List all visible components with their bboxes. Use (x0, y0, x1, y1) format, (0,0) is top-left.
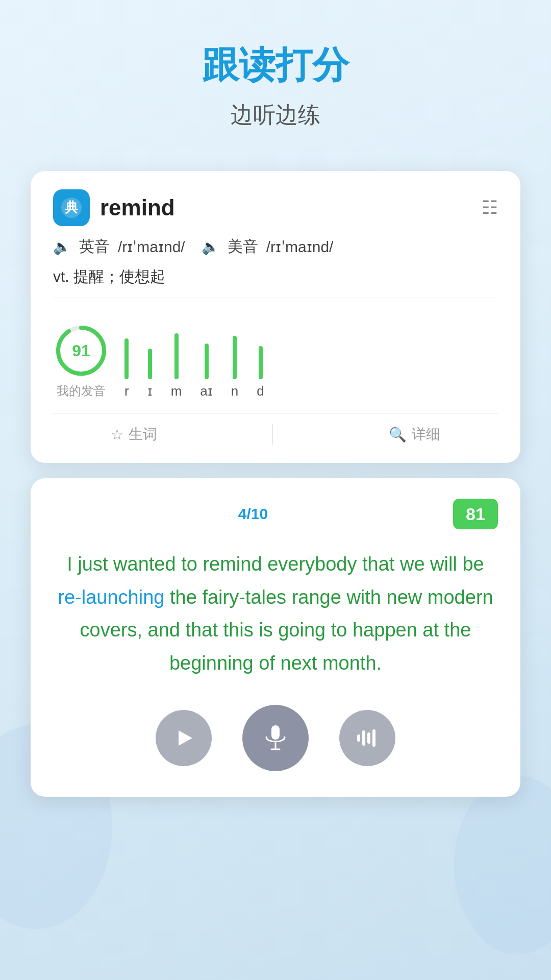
phoneme-item-m: m (171, 333, 182, 399)
dict-actions: ☆ 生词 🔍 详细 (53, 424, 498, 445)
uk-speaker-icon[interactable]: 🔈 (53, 238, 71, 255)
controls-row (53, 705, 498, 771)
pronunciation-area: 91 我的发音 r ɪ m aɪ n (53, 312, 498, 414)
reading-card: 4/10 81 I just wanted to remind everybod… (31, 478, 520, 797)
score-label: 我的发音 (57, 383, 106, 399)
us-speaker-icon[interactable]: 🔈 (202, 238, 219, 255)
reading-score-badge: 81 (453, 499, 498, 529)
phoneme-label-n: n (231, 383, 238, 399)
phoneme-item-i: ɪ (147, 349, 153, 399)
word-definition: vt. 提醒；使想起 (53, 266, 498, 298)
vocabulary-label: 生词 (129, 425, 157, 444)
phoneme-label-ai: aɪ (200, 383, 212, 399)
search-icon: 🔍 (389, 426, 407, 443)
bar-i (148, 349, 152, 379)
page-title: 跟读打分 (202, 41, 349, 90)
progress-slash: / (246, 505, 251, 522)
bar-n (233, 336, 237, 379)
phoneme-label-m: m (171, 383, 182, 399)
detail-label: 详细 (412, 425, 440, 444)
phoneme-label-i: ɪ (147, 383, 153, 399)
svg-rect-5 (271, 725, 280, 740)
app-icon: 典 (53, 189, 90, 226)
mic-icon (260, 723, 291, 753)
svg-rect-9 (362, 730, 365, 746)
phoneme-label-r: r (124, 383, 129, 399)
score-circle: 91 (53, 323, 109, 379)
waveform-button[interactable] (339, 710, 395, 766)
add-vocabulary-button[interactable]: ☆ 生词 (111, 425, 157, 444)
svg-text:典: 典 (65, 200, 79, 215)
us-phonetic: /rɪˈmaɪnd/ (266, 238, 334, 256)
score-circle-wrapper: 91 我的发音 (53, 323, 109, 399)
bar-ai (205, 344, 209, 379)
phoneme-item-ai: aɪ (200, 344, 212, 399)
app-logo-icon: 典 (60, 196, 83, 219)
phonetics-row: 🔈 英音 /rɪˈmaɪnd/ 🔈 美音 /rɪˈmaɪnd/ (53, 236, 498, 257)
bar-d (259, 346, 263, 379)
svg-rect-11 (372, 729, 375, 747)
progress-header: 4/10 81 (53, 499, 498, 529)
highlight-word: re-launching (58, 586, 164, 608)
waveform-icon (355, 725, 380, 751)
bar-r (124, 338, 129, 379)
phoneme-label-d: d (257, 383, 264, 399)
page-subtitle: 边听边练 (231, 100, 320, 130)
microphone-button[interactable] (242, 705, 309, 771)
current-index: 4 (238, 505, 247, 522)
score-number: 91 (72, 341, 90, 360)
dictionary-card: 典 remind ☷ 🔈 英音 /rɪˈmaɪnd/ 🔈 美音 /rɪˈmaɪn… (31, 171, 520, 463)
bar-m (174, 333, 179, 379)
uk-phonetic: /rɪˈmaɪnd/ (118, 238, 185, 256)
total-count: 10 (251, 505, 268, 522)
phoneme-bars: r ɪ m aɪ n d (124, 333, 498, 399)
detail-button[interactable]: 🔍 详细 (389, 425, 440, 444)
play-button[interactable] (156, 710, 212, 766)
doc-icon[interactable]: ☷ (482, 197, 498, 218)
svg-marker-4 (179, 730, 192, 746)
phoneme-item-r: r (124, 338, 129, 399)
us-label: 美音 (228, 236, 258, 257)
word-display: remind (100, 195, 175, 220)
dict-header: 典 remind ☷ (53, 189, 498, 226)
reading-passage: I just wanted to remind everybody that w… (53, 548, 498, 679)
uk-label: 英音 (79, 236, 110, 257)
progress-counter: 4/10 (53, 505, 453, 523)
dict-header-left: 典 remind (53, 189, 175, 226)
phoneme-item-n: n (231, 336, 238, 399)
play-icon (171, 725, 196, 751)
svg-rect-10 (367, 732, 370, 744)
svg-rect-8 (357, 734, 360, 742)
action-divider (272, 424, 273, 445)
star-icon: ☆ (111, 426, 123, 443)
phoneme-item-d: d (257, 346, 264, 399)
